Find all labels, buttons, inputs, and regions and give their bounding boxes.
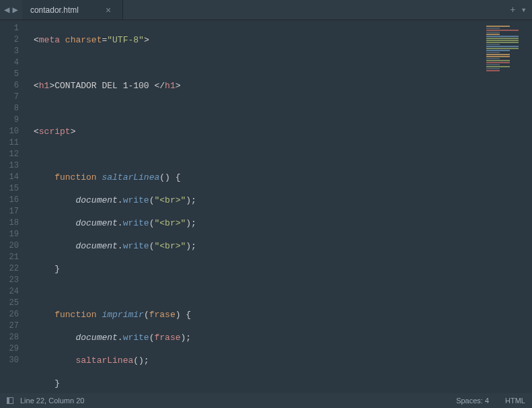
tab-title: contador.html [30, 5, 79, 15]
nav-fwd-icon[interactable]: ▶ [12, 4, 17, 15]
close-icon[interactable]: × [106, 5, 111, 15]
nav-arrows: ◀ ▶ [0, 0, 22, 20]
nav-back-icon[interactable]: ◀ [4, 4, 9, 15]
minimap[interactable] [484, 20, 532, 393]
tab-bar: ◀ ▶ contador.html × + ▾ [0, 0, 532, 20]
language-mode[interactable]: HTML [505, 397, 525, 405]
panel-icon[interactable] [7, 397, 13, 404]
new-tab-icon[interactable]: + [510, 5, 515, 15]
line-gutter: 12345 678910 1112131415 1617181920 21222… [0, 20, 26, 393]
tab-actions: + ▾ [504, 0, 532, 20]
editor-area[interactable]: 12345 678910 1112131415 1617181920 21222… [0, 20, 532, 393]
file-tab[interactable]: contador.html × [22, 0, 123, 20]
code-content[interactable]: <meta charset="UTF-8"> <h1>CONTADOR DEL … [26, 20, 484, 393]
tab-menu-icon[interactable]: ▾ [521, 4, 527, 15]
